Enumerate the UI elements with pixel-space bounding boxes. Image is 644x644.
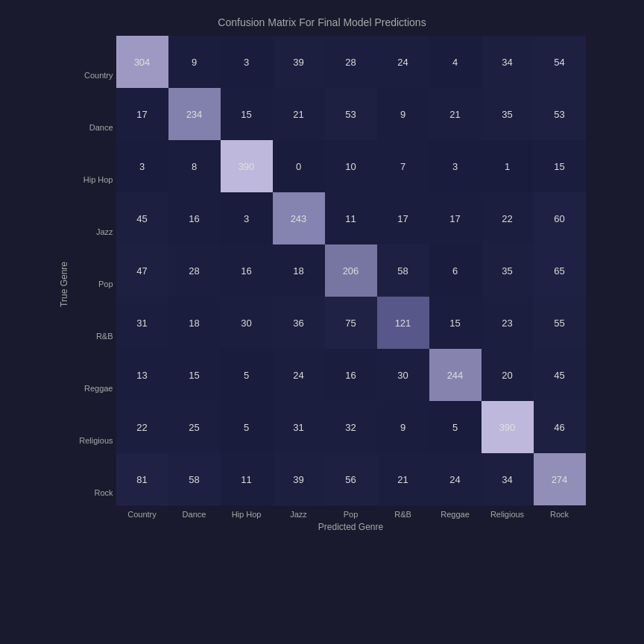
matrix-cell: 53: [325, 88, 377, 140]
matrix-cell: 28: [168, 244, 221, 297]
matrix-cell: 3: [221, 192, 273, 244]
matrix-cell: 39: [273, 453, 325, 505]
matrix-cell: 24: [273, 349, 325, 401]
x-tick-label: Country: [116, 510, 168, 519]
matrix-cell: 11: [325, 192, 377, 244]
matrix-cell: 234: [168, 88, 221, 140]
matrix-cell: 35: [482, 88, 534, 140]
matrix-cell: 35: [482, 244, 534, 297]
matrix-cell: 46: [534, 401, 586, 453]
matrix-cell: 22: [482, 192, 534, 244]
matrix-cell: 18: [168, 297, 221, 349]
x-tick-label: Rock: [534, 510, 586, 519]
matrix-cell: 4: [429, 36, 482, 88]
matrix-cell: 23: [482, 297, 534, 349]
matrix-cell: 13: [116, 349, 168, 401]
matrix-cell: 30: [377, 349, 429, 401]
matrix-cell: 5: [221, 401, 273, 453]
y-tick-label: Hip Hop: [72, 154, 113, 206]
y-tick-label: R&B: [72, 310, 113, 362]
matrix-cell: 60: [534, 192, 586, 244]
matrix-cell: 53: [534, 88, 586, 140]
matrix-cell: 81: [116, 453, 168, 505]
matrix-cell: 16: [168, 192, 221, 244]
matrix-cell: 21: [273, 88, 325, 140]
matrix-cell: 28: [325, 36, 377, 88]
matrix-cell: 45: [534, 349, 586, 401]
matrix-cell: 22: [116, 401, 168, 453]
y-tick-label: Jazz: [72, 206, 113, 258]
x-tick-label: R&B: [377, 510, 429, 519]
matrix-cell: 55: [534, 297, 586, 349]
matrix-cell: 9: [377, 88, 429, 140]
matrix-cell: 31: [116, 297, 168, 349]
matrix-cell: 17: [429, 192, 482, 244]
matrix-cell: 1: [482, 140, 534, 192]
matrix-cell: 32: [325, 401, 377, 453]
y-axis-ticks: CountryDanceHip HopJazzPopR&BReggaeRelig…: [72, 49, 113, 519]
chart-container: Confusion Matrix For Final Model Predict…: [16, 16, 628, 628]
matrix-cell: 58: [168, 453, 221, 505]
matrix-cell: 24: [429, 453, 482, 505]
matrix-cell: 3: [221, 36, 273, 88]
matrix-cell: 3: [116, 140, 168, 192]
matrix-grid: 3049339282443454172341521539213553383900…: [116, 36, 586, 505]
matrix-cell: 7: [377, 140, 429, 192]
y-tick-label: Pop: [72, 258, 113, 310]
matrix-cell: 45: [116, 192, 168, 244]
matrix-cell: 11: [221, 453, 273, 505]
matrix-cell: 5: [221, 349, 273, 401]
matrix-cell: 58: [377, 244, 429, 297]
matrix-cell: 3: [429, 140, 482, 192]
matrix-cell: 390: [482, 401, 534, 453]
y-tick-label: Rock: [72, 467, 113, 519]
matrix-cell: 34: [482, 453, 534, 505]
matrix-cell: 15: [168, 349, 221, 401]
y-axis-label: True Genre: [59, 262, 69, 307]
matrix-cell: 274: [534, 453, 586, 505]
matrix-cell: 39: [273, 36, 325, 88]
matrix-cell: 75: [325, 297, 377, 349]
matrix-cell: 18: [273, 244, 325, 297]
y-tick-label: Religious: [72, 414, 113, 467]
matrix-cell: 16: [221, 244, 273, 297]
matrix-and-x: 3049339282443454172341521539213553383900…: [116, 36, 586, 532]
matrix-cell: 21: [429, 88, 482, 140]
y-tick-label: Dance: [72, 101, 113, 154]
matrix-cell: 206: [325, 244, 377, 297]
matrix-cell: 243: [273, 192, 325, 244]
matrix-cell: 8: [168, 140, 221, 192]
matrix-cell: 9: [377, 401, 429, 453]
matrix-cell: 17: [116, 88, 168, 140]
matrix-cell: 121: [377, 297, 429, 349]
x-tick-label: Reggae: [429, 510, 482, 519]
x-tick-label: Jazz: [273, 510, 325, 519]
chart-body: True Genre CountryDanceHip HopJazzPopR&B…: [59, 36, 586, 532]
matrix-cell: 25: [168, 401, 221, 453]
matrix-cell: 21: [377, 453, 429, 505]
x-tick-label: Dance: [168, 510, 221, 519]
matrix-cell: 36: [273, 297, 325, 349]
matrix-cell: 10: [325, 140, 377, 192]
matrix-cell: 20: [482, 349, 534, 401]
matrix-cell: 15: [221, 88, 273, 140]
matrix-cell: 390: [221, 140, 273, 192]
x-axis-label: Predicted Genre: [318, 522, 383, 532]
matrix-cell: 65: [534, 244, 586, 297]
y-tick-label: Country: [72, 49, 113, 101]
matrix-cell: 6: [429, 244, 482, 297]
matrix-cell: 54: [534, 36, 586, 88]
matrix-cell: 56: [325, 453, 377, 505]
x-tick-label: Hip Hop: [221, 510, 273, 519]
x-tick-label: Religious: [482, 510, 534, 519]
matrix-cell: 24: [377, 36, 429, 88]
y-tick-label: Reggae: [72, 362, 113, 414]
x-tick-label: Pop: [325, 510, 377, 519]
matrix-cell: 5: [429, 401, 482, 453]
matrix-cell: 304: [116, 36, 168, 88]
matrix-cell: 17: [377, 192, 429, 244]
matrix-cell: 9: [168, 36, 221, 88]
matrix-cell: 15: [534, 140, 586, 192]
matrix-cell: 31: [273, 401, 325, 453]
matrix-cell: 47: [116, 244, 168, 297]
